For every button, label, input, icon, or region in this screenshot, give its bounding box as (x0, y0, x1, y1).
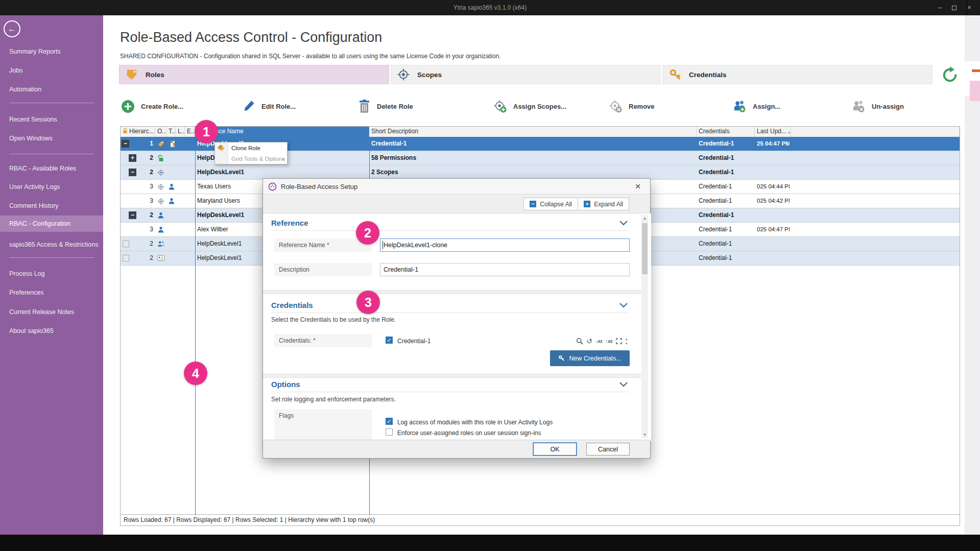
button-label: Collapse All (540, 201, 572, 208)
column-header-o[interactable]: O... (155, 127, 166, 137)
refresh-button[interactable] (941, 66, 959, 84)
assign-scopes-button[interactable]: Assign Scopes... (493, 97, 566, 115)
column-header-credentials[interactable]: Credentials (697, 127, 755, 137)
section-title: Options (271, 380, 300, 389)
sidebar-item-process-log[interactable]: Process Log (0, 268, 103, 280)
description-input[interactable] (380, 263, 630, 276)
cancel-button[interactable]: Cancel (586, 443, 630, 456)
column-header-l[interactable]: L... (176, 127, 185, 137)
chevron-down-icon[interactable] (619, 221, 628, 226)
scroll-down-icon[interactable]: ▼ (641, 433, 648, 437)
tab-roles[interactable]: Roles (119, 65, 389, 84)
expand-list-icon[interactable] (616, 338, 622, 344)
column-header-shortdescription[interactable]: Short Description (369, 127, 697, 137)
edit-role-button[interactable]: Edit Role... (242, 97, 296, 115)
column-header-lastupd[interactable]: Last Upd... ▴ (755, 127, 791, 137)
expand-all-button[interactable]: + Expand All (578, 198, 629, 210)
dialog-scrollbar[interactable]: ▲ ▼ (641, 215, 648, 438)
sidebar-item-rbac-configuration[interactable]: RBAC - Configuration (0, 215, 103, 232)
reference-name-input[interactable] (380, 238, 630, 252)
hierarchy-level: 3 (140, 180, 153, 194)
row-checkbox[interactable] (123, 255, 129, 261)
sidebar-item-rbac-available-roles[interactable]: RBAC - Available Roles (0, 162, 103, 175)
credentials-cell: Credential-1 (699, 194, 754, 208)
dialog-close-icon[interactable]: ✕ (631, 182, 645, 190)
expand-row-icon[interactable]: + (129, 154, 136, 162)
sidebar-item-user-activity-logs[interactable]: User Activity Logs (0, 181, 103, 193)
collapse-row-icon[interactable]: − (122, 140, 129, 148)
close-button[interactable]: × (962, 0, 976, 15)
credentials-cell: Credential-1 (699, 137, 754, 151)
menu-item-clone-role[interactable]: Clone Role (215, 143, 287, 154)
collapse-row-icon[interactable]: − (129, 211, 136, 219)
role-setup-dialog: Role-Based Access Setup ✕ − Collapse All… (262, 178, 651, 459)
sidebar-item-about-sapio365[interactable]: About sapio365 (0, 325, 103, 337)
tab-scopes[interactable]: Scopes (391, 65, 661, 84)
back-button[interactable]: ← (4, 20, 20, 37)
sidebar-item-jobs[interactable]: Jobs (0, 64, 103, 77)
credential-1-checkbox[interactable]: ✓ (386, 337, 393, 344)
scroll-up-icon[interactable]: ▲ (641, 216, 648, 221)
column-header-referencename[interactable]: Reference Name (195, 127, 369, 137)
sidebar-divider (9, 154, 94, 154)
log-access-checkbox[interactable]: ✓ (386, 418, 393, 425)
scope-plus-icon (493, 100, 507, 113)
grid-icon (168, 140, 175, 148)
sort-desc-icon[interactable]: ↑az (606, 339, 613, 344)
enforce-roles-checkbox[interactable] (386, 428, 393, 436)
sidebar-item-automation[interactable]: Automation (0, 83, 103, 95)
titlebar-seam (967, 0, 967, 15)
section-credentials[interactable]: Credentials (271, 301, 629, 313)
list-tools: ↺ ↓az ↑az ▲▼ (576, 337, 628, 345)
menu-item-label: Grid Tools & Options (231, 156, 285, 162)
menu-item-grid-tools[interactable]: Grid Tools & Options ▸ (215, 154, 287, 164)
flags-label: Flags (274, 409, 372, 440)
restore-icon (952, 6, 957, 10)
chevron-down-icon[interactable] (619, 303, 628, 308)
table-row[interactable]: −2HelpDeskLevel12 ScopesCredential-1 (121, 165, 960, 180)
collapse-all-button[interactable]: − Collapse All (523, 198, 578, 210)
sidebar-item-preferences[interactable]: Preferences (0, 286, 103, 299)
spinner-control[interactable]: ▲▼ (625, 338, 628, 345)
sidebar-item-sapio365-access[interactable]: sapio365 Access & Restrictions (0, 238, 103, 251)
row-checkbox[interactable] (123, 241, 129, 247)
create-role-button[interactable]: Create Role... (121, 97, 183, 115)
sidebar-item-current-release-notes[interactable]: Current Release Notes (0, 306, 103, 318)
scrollbar-thumb[interactable] (642, 223, 648, 274)
plus-circle-icon (121, 100, 135, 113)
page-title: Role-Based Access Control - Configuratio… (120, 30, 382, 45)
remove-scope-button[interactable]: Remove (609, 97, 655, 115)
section-reference[interactable]: Reference (271, 219, 629, 231)
toolbar-label: Create Role... (141, 103, 183, 110)
search-icon[interactable] (576, 338, 583, 345)
assign-users-button[interactable]: Assign... (732, 97, 780, 115)
credentials-cell: Credential-1 (699, 208, 754, 222)
toolbar-label: Delete Role (377, 103, 413, 110)
last-updated-cell: 25 04:47 PM (757, 137, 790, 151)
chevron-down-icon[interactable] (619, 382, 628, 387)
toolbar-label: Edit Role... (261, 103, 296, 110)
minimize-button[interactable]: – (933, 0, 947, 15)
unassign-users-button[interactable]: Un-assign (851, 97, 904, 115)
sidebar-item-recent-sessions[interactable]: Recent Sessions (0, 113, 103, 126)
delete-role-button[interactable]: Delete Role (358, 97, 413, 115)
column-header-e[interactable]: E... (185, 127, 195, 137)
column-header-t[interactable]: T... (166, 127, 176, 137)
ok-button[interactable]: OK (533, 443, 577, 456)
sort-asc-icon[interactable]: ↓az (595, 339, 603, 344)
reset-icon[interactable]: ↺ (586, 337, 592, 345)
credential-1-label: Credential-1 (397, 338, 431, 345)
sidebar-item-open-windows[interactable]: Open Windows (0, 132, 103, 145)
section-options[interactable]: Options (271, 380, 629, 392)
maximize-button[interactable] (947, 0, 961, 15)
sidebar-item-summary-reports[interactable]: Summary Reports (0, 45, 103, 58)
sidebar-item-comment-history[interactable]: Comment History (0, 200, 103, 212)
tab-credentials[interactable]: Credentials (662, 65, 933, 84)
new-credentials-button[interactable]: New Credentials... (550, 350, 630, 366)
short-description-cell: 58 Permissions (371, 151, 693, 165)
text-caret (383, 241, 383, 249)
section-divider (263, 374, 641, 378)
column-header-hierarc[interactable]: Hierarc... (121, 127, 155, 137)
column-header-filler (791, 127, 960, 137)
collapse-row-icon[interactable]: − (129, 169, 136, 176)
